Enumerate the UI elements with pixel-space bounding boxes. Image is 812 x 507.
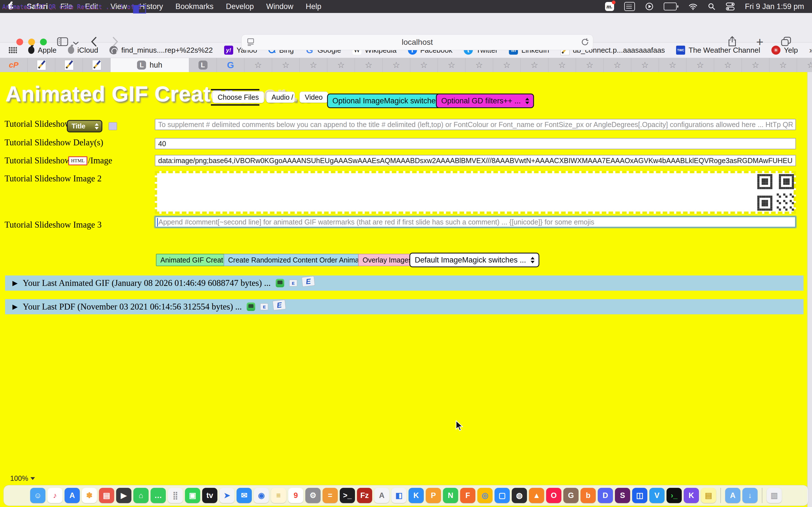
bookmark-icloud[interactable]: iCloud: [68, 46, 98, 55]
menu-item-bookmarks[interactable]: Bookmarks: [175, 2, 213, 11]
dock-app-filezilla-icon[interactable]: Fz: [357, 488, 372, 503]
dock-app-opera-icon[interactable]: O: [546, 488, 561, 503]
dock-app-trash-icon[interactable]: ▥: [767, 488, 782, 503]
image-data-input[interactable]: [155, 155, 796, 166]
menu-item-help[interactable]: Help: [306, 2, 321, 11]
dock-app-docker-icon[interactable]: ◫: [632, 488, 647, 503]
dock-app-maps-icon[interactable]: ➤: [219, 488, 235, 503]
tab-star[interactable]: ☆: [797, 58, 812, 72]
dock-app-preview-icon[interactable]: ◧: [391, 488, 407, 503]
wifi-icon[interactable]: [689, 3, 698, 10]
menu-item-window[interactable]: Window: [266, 2, 293, 11]
page-format-icon[interactable]: [247, 38, 255, 47]
dock-app-photos-icon[interactable]: ✽: [82, 488, 97, 503]
dock-app-home-icon[interactable]: ⌂: [133, 488, 149, 503]
dock-app-textedit-icon[interactable]: A: [374, 488, 389, 503]
tab-overview-icon[interactable]: [781, 37, 791, 46]
tab-star[interactable]: ☆: [576, 58, 604, 72]
color-swatch[interactable]: [109, 122, 117, 130]
spotlight-search-icon[interactable]: [708, 3, 716, 10]
dock-app-folder-downloads-icon[interactable]: ↓: [742, 488, 758, 503]
dock-app-tv-icon[interactable]: tv: [202, 488, 217, 503]
device-screen-icon[interactable]: [247, 302, 255, 311]
email-small-icon[interactable]: E: [260, 303, 268, 310]
last-animated-gif-accordion[interactable]: ▶ Your Last Animated GIF (January 08 202…: [5, 276, 804, 291]
dock-app-chrome-icon[interactable]: ◎: [477, 488, 493, 503]
tab-star[interactable]: ☆: [548, 58, 576, 72]
image2-preview[interactable]: [155, 171, 796, 214]
page-zoom-indicator[interactable]: 100%: [10, 474, 35, 483]
tab[interactable]: cP: [0, 58, 28, 72]
tab-star[interactable]: ☆: [714, 58, 742, 72]
delay-input[interactable]: [155, 138, 796, 149]
dock-app-safari-icon[interactable]: ◉: [254, 488, 269, 503]
new-tab-button[interactable]: +: [756, 35, 763, 49]
dock-app-system-settings-icon[interactable]: ⚙: [305, 488, 320, 503]
menu-item-develop[interactable]: Develop: [226, 2, 254, 11]
app-status-icon[interactable]: m.: [605, 2, 614, 11]
audio-button[interactable]: Audio: [266, 92, 295, 103]
image3-comment-input[interactable]: [155, 216, 796, 228]
email-large-icon[interactable]: E: [273, 300, 286, 311]
tab-star[interactable]: ☆: [493, 58, 521, 72]
choose-files-button[interactable]: Choose Files: [212, 91, 264, 103]
disclosure-triangle-icon[interactable]: ▶: [12, 303, 17, 311]
dock-app-music-icon[interactable]: ♪: [47, 488, 63, 503]
bookmark-apps-grid[interactable]: [8, 47, 17, 54]
dock-app-gimp-icon[interactable]: G: [563, 488, 578, 503]
tab[interactable]: [55, 58, 83, 72]
control-center-icon[interactable]: [726, 3, 735, 10]
html-chip-button[interactable]: HTML: [68, 156, 87, 165]
dock-app-terminal-icon[interactable]: >_: [340, 488, 355, 503]
dock-app-app-store-icon[interactable]: A: [64, 488, 80, 503]
tab-star[interactable]: ☆: [604, 58, 631, 72]
bookmark-yelp[interactable]: ✳Yelp: [771, 46, 798, 55]
dock-app-zoom-icon[interactable]: ▢: [495, 488, 510, 503]
back-button[interactable]: [91, 37, 97, 47]
disclosure-triangle-icon[interactable]: ▶: [12, 279, 17, 287]
dock-app-calendar-icon[interactable]: 9: [288, 488, 303, 503]
bookmarks-overflow-chevron[interactable]: »: [809, 45, 812, 55]
bookmark-find-minus[interactable]: find_minus....rep+%22s%22: [109, 46, 213, 55]
tab-star[interactable]: ☆: [245, 58, 272, 72]
dock-app-stickies-icon[interactable]: ▤: [701, 488, 716, 503]
forward-button[interactable]: [112, 37, 118, 47]
dock-app-keyboard-maestro-icon[interactable]: K: [684, 488, 699, 503]
play-status-icon[interactable]: [645, 2, 654, 11]
tab-star[interactable]: ☆: [465, 58, 493, 72]
dock-app-calculator-icon[interactable]: =: [322, 488, 338, 503]
sidebar-chevron-icon[interactable]: [73, 41, 79, 45]
tab-huh[interactable]: Lhuh: [110, 58, 189, 72]
title-select[interactable]: Title: [67, 120, 102, 132]
tab-star[interactable]: ☆: [327, 58, 355, 72]
overlay-images-button[interactable]: Overlay Images: [358, 254, 416, 266]
sidebar-toggle-icon[interactable]: [57, 37, 68, 46]
bookmark-apple[interactable]: Apple: [28, 46, 57, 55]
dock-app-keynote-icon[interactable]: K: [409, 488, 424, 503]
menu-bar-clock[interactable]: Fri 9 Jan 1:59 pm: [745, 2, 804, 11]
dock-app-iterm-icon[interactable]: ›_: [666, 488, 682, 503]
bookmark-weather-channel[interactable]: TWCThe Weather Channel: [676, 46, 760, 55]
tab-star[interactable]: ☆: [659, 58, 687, 72]
dock-app-books-icon[interactable]: ▤: [99, 488, 114, 503]
tab-star[interactable]: ☆: [438, 58, 465, 72]
dock-app-firefox-icon[interactable]: F: [460, 488, 475, 503]
dock-app-pages-icon[interactable]: P: [426, 488, 441, 503]
tab[interactable]: G: [217, 58, 245, 72]
email-small-icon[interactable]: E: [289, 280, 297, 286]
tab-star[interactable]: ☆: [631, 58, 659, 72]
dock-app-facetime-icon[interactable]: ▣: [185, 488, 200, 503]
dock-app-finder-icon[interactable]: ☺: [30, 488, 45, 503]
dock-app-vscode-icon[interactable]: V: [649, 488, 665, 503]
tab-star[interactable]: ☆: [355, 58, 383, 72]
tab-star[interactable]: ☆: [272, 58, 300, 72]
tab-star[interactable]: ☆: [410, 58, 438, 72]
window-zoom-button[interactable]: [40, 39, 47, 45]
video-button[interactable]: Video: [299, 92, 328, 103]
last-pdf-accordion[interactable]: ▶ Your Last PDF (November 03 2021 06:14:…: [5, 299, 804, 314]
default-imagemagick-select[interactable]: Default ImageMagick switches ...: [409, 252, 539, 267]
tab-star[interactable]: ☆: [383, 58, 410, 72]
dock-app-messages-icon[interactable]: …: [151, 488, 166, 503]
share-icon[interactable]: [728, 36, 737, 47]
tab-star[interactable]: ☆: [521, 58, 548, 72]
